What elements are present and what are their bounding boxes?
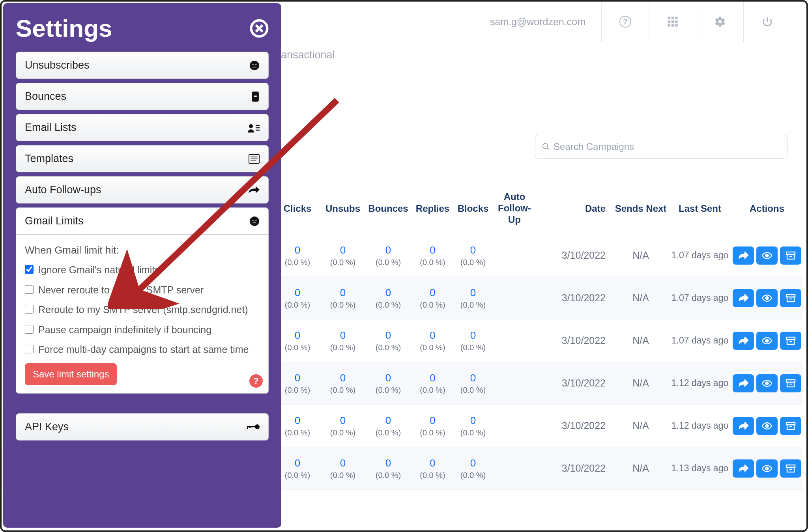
cell-bounces[interactable]: 0: [365, 457, 412, 469]
svg-rect-4: [671, 21, 673, 23]
cell-unsubs[interactable]: 0: [321, 457, 365, 469]
cell-last-sent: 1.07 days ago: [670, 250, 729, 261]
eye-icon[interactable]: [756, 289, 778, 307]
archive-icon[interactable]: [780, 417, 801, 435]
label-never-reroute: Never reroute to GMass SMTP server: [38, 284, 204, 297]
close-icon[interactable]: [250, 19, 269, 38]
share-icon[interactable]: [733, 374, 754, 392]
cell-unsubs[interactable]: 0: [321, 329, 365, 342]
col-last-sent[interactable]: Last Sent: [670, 199, 729, 218]
svg-point-39: [252, 64, 254, 65]
gear-icon[interactable]: [696, 2, 743, 42]
cell-bounces[interactable]: 0: [365, 329, 412, 342]
eye-icon[interactable]: [756, 246, 778, 265]
cell-date: 3/10/2022: [536, 335, 611, 346]
cell-date: 3/10/2022: [536, 292, 611, 304]
svg-rect-0: [668, 17, 670, 19]
cell-last-sent: 1.07 days ago: [670, 335, 729, 346]
col-unsubs[interactable]: Unsubs: [321, 199, 365, 218]
archive-icon[interactable]: [780, 246, 801, 265]
cell-sends-next: N/A: [611, 377, 670, 389]
section-email-lists[interactable]: Email Lists: [16, 114, 269, 141]
sad-face-icon: [249, 60, 260, 71]
cell-bounces[interactable]: 0: [365, 287, 412, 299]
cell-bounces[interactable]: 0: [365, 372, 412, 384]
svg-rect-42: [254, 95, 257, 97]
section-bounces[interactable]: Bounces: [16, 83, 269, 110]
share-icon[interactable]: [733, 459, 754, 478]
cell-bounces[interactable]: 0: [365, 244, 412, 256]
section-api-keys[interactable]: API Keys: [16, 413, 269, 441]
label-pause: Pause campaign indefinitely if bouncing: [38, 323, 211, 336]
cell-unsubs[interactable]: 0: [321, 244, 365, 256]
cell-bounces[interactable]: 0: [365, 414, 412, 427]
gmail-limits-body: When Gmail limit hit: Ignore Gmail's nat…: [16, 235, 269, 394]
cell-unsubs[interactable]: 0: [321, 372, 365, 384]
cell-blocks[interactable]: 0: [453, 457, 493, 469]
cell-replies[interactable]: 0: [412, 329, 453, 342]
gmail-limits-heading: When Gmail limit hit:: [25, 244, 260, 256]
col-replies[interactable]: Replies: [412, 199, 453, 218]
eye-icon[interactable]: [756, 417, 778, 435]
cell-unsubs[interactable]: 0: [321, 414, 365, 427]
svg-point-43: [249, 124, 253, 128]
eye-icon[interactable]: [756, 459, 778, 478]
forward-icon: [248, 186, 260, 194]
save-limit-settings-button[interactable]: Save limit settings: [25, 363, 117, 385]
cell-unsubs[interactable]: 0: [321, 287, 365, 299]
cell-blocks[interactable]: 0: [453, 244, 493, 256]
col-blocks[interactable]: Blocks: [453, 199, 493, 218]
svg-point-23: [766, 382, 769, 385]
help-badge-icon[interactable]: ?: [249, 374, 263, 388]
checkbox-ignore-limits[interactable]: [25, 265, 34, 274]
cell-replies[interactable]: 0: [412, 372, 453, 384]
share-icon[interactable]: [733, 332, 754, 350]
col-bounces[interactable]: Bounces: [365, 199, 412, 218]
cell-last-sent: 1.12 days ago: [670, 378, 729, 389]
cell-sends-next: N/A: [611, 292, 670, 304]
cell-replies[interactable]: 0: [412, 457, 453, 469]
svg-rect-3: [668, 21, 670, 23]
archive-icon[interactable]: [780, 289, 801, 307]
section-auto-followups[interactable]: Auto Follow-ups: [16, 176, 269, 203]
settings-title: Settings: [16, 14, 112, 42]
cell-sends-next: N/A: [611, 420, 670, 431]
checkbox-pause[interactable]: [25, 325, 34, 334]
archive-icon[interactable]: [780, 374, 801, 392]
cell-replies[interactable]: 0: [412, 287, 453, 299]
power-icon[interactable]: [743, 2, 791, 42]
section-unsubscribes[interactable]: Unsubscribes: [16, 52, 269, 79]
archive-icon[interactable]: [780, 332, 801, 350]
svg-point-52: [252, 220, 254, 221]
checkbox-force-multiday[interactable]: [25, 345, 34, 353]
cell-blocks[interactable]: 0: [453, 414, 493, 427]
section-templates[interactable]: Templates: [16, 145, 269, 172]
col-sends-next[interactable]: Sends Next: [611, 199, 670, 218]
cell-sends-next: N/A: [611, 250, 670, 261]
share-icon[interactable]: [733, 246, 754, 265]
col-afu[interactable]: Auto Follow-Up: [493, 187, 536, 229]
svg-point-53: [255, 220, 256, 221]
grid-icon[interactable]: [649, 2, 696, 42]
cell-blocks[interactable]: 0: [453, 329, 493, 342]
checkbox-reroute-mine[interactable]: [25, 305, 34, 314]
share-icon[interactable]: [733, 417, 754, 435]
svg-rect-5: [675, 21, 677, 23]
cell-replies[interactable]: 0: [412, 244, 453, 256]
archive-icon[interactable]: [780, 459, 801, 478]
eye-icon[interactable]: [756, 332, 778, 350]
svg-point-38: [250, 61, 259, 70]
cell-blocks[interactable]: 0: [453, 287, 493, 299]
cell-sends-next: N/A: [611, 335, 670, 346]
cell-blocks[interactable]: 0: [453, 372, 493, 384]
eye-icon[interactable]: [756, 374, 778, 392]
svg-rect-1: [671, 17, 673, 19]
cell-sends-next: N/A: [611, 463, 670, 474]
help-icon[interactable]: ?: [601, 2, 649, 42]
search-input[interactable]: Search Campaigns: [535, 135, 787, 159]
section-gmail-limits[interactable]: Gmail Limits: [16, 207, 269, 235]
share-icon[interactable]: [733, 289, 754, 307]
col-date[interactable]: Date: [536, 199, 611, 218]
checkbox-never-reroute[interactable]: [25, 285, 34, 294]
cell-replies[interactable]: 0: [412, 414, 453, 427]
